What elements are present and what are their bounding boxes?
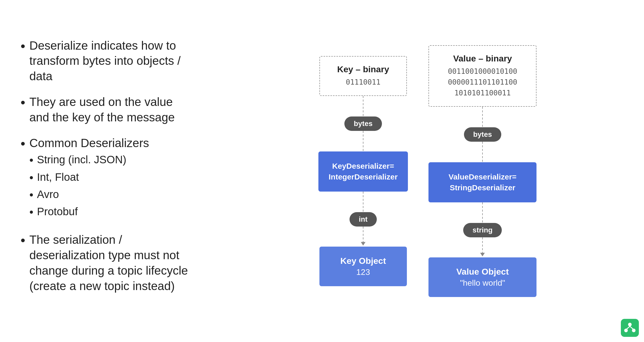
- sub-bullet-2: Int, Float: [29, 170, 149, 185]
- value-line-2: [482, 142, 483, 162]
- sub-bullet-1: String (incl. JSON): [29, 153, 149, 167]
- value-line-1: [482, 107, 483, 127]
- value-binary-box: Value – binary 0011001000010100 00000111…: [428, 45, 536, 107]
- key-object-box: Key Object 123: [319, 247, 407, 286]
- key-pill-int: int: [350, 212, 377, 227]
- key-deserializer-box: KeyDeserializer= IntegerDeserializer: [318, 151, 408, 192]
- value-arrow: [480, 253, 485, 256]
- value-line-4: [482, 237, 483, 253]
- app-icon: [621, 319, 639, 337]
- bullet-text-1: Deserialize indicates how to transform b…: [29, 38, 195, 84]
- svg-point-0: [628, 323, 632, 326]
- value-deserializer-box: ValueDeserializer= StringDeserializer: [428, 162, 536, 202]
- value-obj-sub: "hello world": [439, 278, 526, 288]
- value-pill-bytes: bytes: [464, 127, 501, 142]
- bullet-item-4: The serialization / deserialization type…: [21, 232, 195, 294]
- sub-bullet-3: Avro: [29, 187, 149, 202]
- key-pill-bytes: bytes: [344, 116, 382, 131]
- value-box-binary: 0011001000010100 0000011101101100 101010…: [439, 66, 526, 98]
- value-obj-title: Value Object: [439, 267, 526, 277]
- bullet-item-3: Common Deserializers String (incl. JSON)…: [21, 136, 195, 222]
- key-arrow: [361, 242, 365, 246]
- key-line-1: [363, 96, 363, 116]
- key-obj-sub: 123: [330, 267, 397, 277]
- svg-point-2: [632, 329, 636, 332]
- value-object-box: Value Object "hello world": [428, 257, 536, 297]
- left-panel: Deserialize indicates how to transform b…: [0, 0, 211, 342]
- value-pill-string: string: [463, 223, 502, 237]
- key-box-binary: 01110011: [330, 77, 396, 88]
- kafka-logo-icon: [623, 321, 636, 334]
- value-diagram-column: Value – binary 0011001000010100 00000111…: [428, 45, 536, 297]
- right-panel: Key – binary 01110011 bytes KeyDeseriali…: [211, 0, 644, 342]
- bullet-text-2: They are used on the value and the key o…: [29, 94, 195, 125]
- key-box-title: Key – binary: [330, 64, 396, 74]
- bullet-item-1: Deserialize indicates how to transform b…: [21, 38, 195, 84]
- key-line-3: [363, 192, 363, 212]
- bullet-text-3: Common Deserializers: [29, 136, 149, 150]
- value-line-3: [482, 202, 483, 223]
- key-binary-box: Key – binary 01110011: [319, 56, 407, 96]
- bullet-text-4: The serialization / deserialization type…: [29, 232, 195, 294]
- key-line-4: [363, 227, 363, 242]
- key-diagram-column: Key – binary 01110011 bytes KeyDeseriali…: [318, 56, 408, 286]
- bullet-list: Deserialize indicates how to transform b…: [21, 38, 195, 304]
- svg-line-3: [627, 326, 630, 329]
- svg-line-4: [630, 326, 633, 329]
- value-box-title: Value – binary: [439, 53, 526, 64]
- sub-bullet-list: String (incl. JSON) Int, Float Avro Prot…: [29, 153, 149, 219]
- bullet-item-2: They are used on the value and the key o…: [21, 94, 195, 125]
- svg-point-1: [624, 329, 628, 332]
- sub-bullet-4: Protobuf: [29, 205, 149, 219]
- key-line-2: [363, 131, 363, 151]
- key-obj-title: Key Object: [330, 256, 397, 266]
